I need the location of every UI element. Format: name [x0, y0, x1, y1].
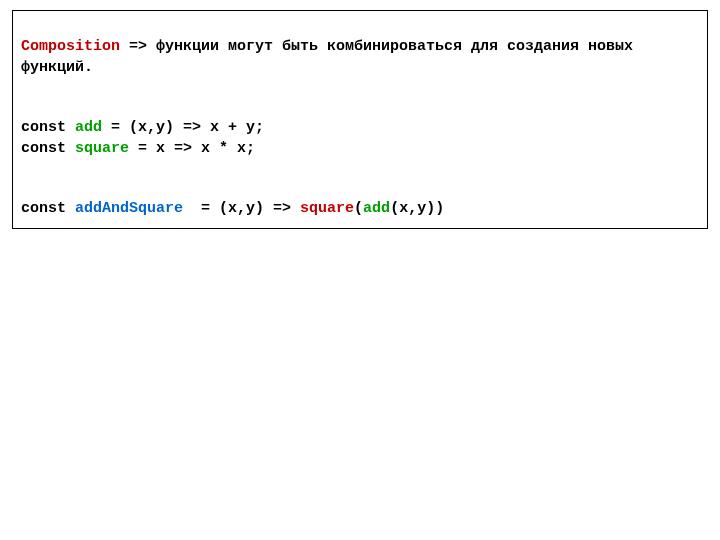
keyword-const-2: const: [21, 140, 75, 157]
line-3: const add = (x,y) => x + y;: [21, 119, 264, 136]
line-6: const addAndSquare = (x,y) => square(add…: [21, 200, 444, 217]
blank-line-2: [21, 159, 699, 179]
line-6-open: (: [354, 200, 363, 217]
code-block: Composition => функции могут быть комбин…: [12, 10, 708, 229]
keyword-const-1: const: [21, 119, 75, 136]
fn-add-call: add: [363, 200, 390, 217]
fn-square-call: square: [300, 200, 354, 217]
fn-addandsquare-decl: addAndSquare: [75, 200, 183, 217]
fn-add-decl: add: [75, 119, 102, 136]
line-4-rest: = x => x * x;: [129, 140, 255, 157]
line-1: Composition => функции могут быть комбин…: [21, 38, 642, 75]
line-4: const square = x => x * x;: [21, 140, 255, 157]
line-6-close: (x,y)): [390, 200, 444, 217]
fn-square-decl: square: [75, 140, 129, 157]
keyword-composition: Composition: [21, 38, 120, 55]
blank-line-1: [21, 78, 699, 98]
line-3-rest: = (x,y) => x + y;: [102, 119, 264, 136]
keyword-const-3: const: [21, 200, 75, 217]
line-6-eq: = (x,y) =>: [183, 200, 300, 217]
